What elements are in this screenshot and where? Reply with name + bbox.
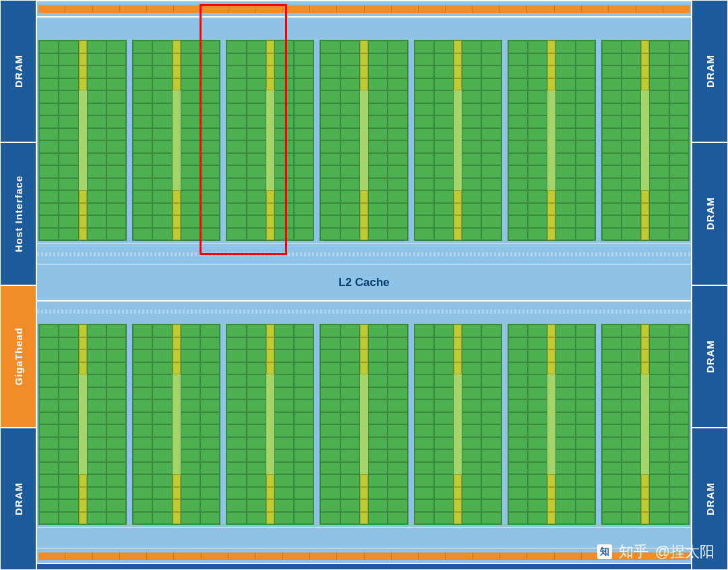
cuda-core (200, 374, 220, 387)
cuda-core (247, 40, 266, 53)
ld-st-unit (79, 53, 87, 66)
cuda-core (649, 449, 669, 462)
cuda-core (388, 474, 407, 487)
ld-st-unit (360, 474, 368, 487)
cuda-core (107, 140, 126, 153)
cuda-core (200, 474, 220, 487)
ld-st-unit (79, 203, 87, 216)
cuda-core (368, 512, 388, 525)
cuda-core (87, 499, 107, 512)
cuda-core (294, 462, 313, 475)
cuda-core-column (340, 40, 360, 240)
ld-st-unit (79, 487, 87, 500)
cuda-core (152, 362, 172, 375)
cuda-core (649, 362, 669, 375)
memory-controller-segment (555, 5, 582, 13)
orange-strip (38, 5, 690, 13)
host-interface-block: Host Interface (0, 142, 36, 285)
special-function-column (79, 324, 87, 524)
sfu-cache (360, 90, 368, 190)
special-function-column (360, 40, 368, 240)
cuda-core (226, 374, 246, 387)
cuda-core (152, 65, 172, 78)
cuda-core (508, 40, 528, 53)
cuda-core (181, 324, 200, 337)
cuda-core (649, 128, 669, 141)
cuda-core-column (555, 324, 575, 524)
cuda-core (226, 90, 246, 103)
memory-controller-segment (38, 552, 65, 560)
cuda-core (59, 90, 78, 103)
cuda-core (107, 474, 126, 487)
cuda-core (59, 140, 78, 153)
cuda-core (576, 462, 595, 475)
cuda-core-column (274, 40, 294, 240)
cuda-core (152, 40, 172, 53)
cuda-core (226, 487, 246, 500)
cuda-core (576, 203, 595, 216)
sfu-cache (79, 374, 87, 474)
cuda-core (133, 349, 152, 362)
memory-controller-segment (419, 552, 446, 560)
cuda-core (434, 203, 454, 216)
cuda-core (87, 449, 107, 462)
cuda-core (528, 512, 547, 525)
cuda-core (388, 449, 407, 462)
cuda-core (340, 487, 360, 500)
ld-st-unit (79, 228, 87, 241)
cuda-core-column (388, 40, 407, 240)
cuda-core (462, 349, 481, 362)
cuda-core (669, 362, 689, 375)
cuda-core (181, 178, 200, 191)
cuda-core-column (133, 324, 152, 524)
cuda-core (481, 387, 501, 400)
cuda-core (294, 115, 313, 128)
cuda-core (434, 399, 454, 412)
cuda-core (200, 40, 220, 53)
cuda-core (602, 449, 621, 462)
cuda-core (621, 178, 641, 191)
cuda-core (226, 512, 246, 525)
cuda-core (59, 65, 78, 78)
cuda-core (576, 437, 595, 450)
dram-block: DRAM (692, 142, 728, 285)
cuda-core (462, 387, 481, 400)
cuda-core (87, 190, 107, 203)
cuda-core (621, 412, 641, 425)
cuda-core (247, 374, 266, 387)
cuda-core (415, 412, 434, 425)
cuda-core (87, 462, 107, 475)
ld-st-unit (360, 53, 368, 66)
cuda-core (340, 215, 360, 228)
cuda-core (133, 115, 152, 128)
cuda-core (340, 474, 360, 487)
cuda-core (368, 474, 388, 487)
cuda-core (388, 512, 407, 525)
cuda-core (388, 65, 407, 78)
cuda-core (87, 153, 107, 166)
cuda-core (555, 512, 575, 525)
cuda-core (133, 90, 152, 103)
sm-unit (226, 324, 314, 525)
cuda-core (59, 165, 78, 178)
cuda-core (576, 65, 595, 78)
cuda-core (274, 424, 294, 437)
ld-st-unit (454, 512, 462, 525)
cuda-core (107, 487, 126, 500)
memory-controller-segment (229, 5, 255, 13)
sfu-cache (173, 374, 181, 474)
cuda-core (39, 140, 59, 153)
ld-st-unit (360, 487, 368, 500)
cuda-core (368, 90, 388, 103)
cuda-core (247, 153, 266, 166)
cuda-core (508, 228, 528, 241)
cuda-core (368, 362, 388, 375)
cuda-core (320, 140, 340, 153)
cuda-core (181, 140, 200, 153)
memory-controller-segment (527, 5, 554, 13)
cuda-core (481, 140, 501, 153)
cuda-core (39, 499, 59, 512)
cuda-core (462, 512, 481, 525)
cuda-core (200, 412, 220, 425)
cuda-core (59, 499, 78, 512)
